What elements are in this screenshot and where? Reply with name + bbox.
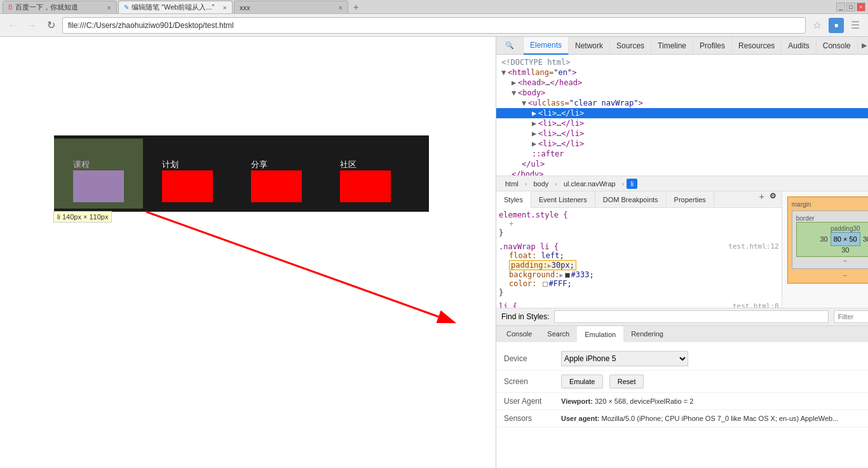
- dom-line-li-2[interactable]: ▶ <li> … </li>: [496, 118, 868, 128]
- bottom-tab-emulation[interactable]: Emulation: [577, 326, 623, 342]
- add-style-button[interactable]: +: [759, 191, 770, 207]
- tab-editor[interactable]: ✎ 编辑随笔 "Web前端从入..." ×: [118, 1, 233, 13]
- minimize-button[interactable]: _: [836, 3, 845, 11]
- dom-line-after[interactable]: ::after: [496, 149, 868, 159]
- devtools-tab-sources[interactable]: Sources: [610, 37, 651, 55]
- devtools-tab-elements[interactable]: 🔍: [499, 37, 524, 55]
- devtools-tab-audits[interactable]: Audits: [782, 37, 816, 55]
- styles-tab-event-listeners[interactable]: Event Listeners: [531, 191, 595, 208]
- find-in-styles-label: Find in Styles:: [501, 312, 549, 321]
- reset-button[interactable]: Reset: [609, 375, 644, 389]
- dom-line-li-3[interactable]: ▶ <li> … </li>: [496, 128, 868, 139]
- element-tooltip: li 140px × 110px: [53, 211, 112, 223]
- nav-item-community: 社区: [321, 139, 410, 209]
- extension-icon[interactable]: ■: [829, 18, 844, 33]
- device-label: Device: [504, 354, 561, 363]
- viewport-line: Viewport: 320 × 568, devicePixelRatio = …: [561, 397, 868, 405]
- viewport-prefix: Viewport:: [561, 397, 593, 405]
- style-prop-float[interactable]: float: left;: [499, 251, 779, 260]
- dom-line-li-4[interactable]: ▶ <li> … </li>: [496, 139, 868, 149]
- tab-close-3[interactable]: ×: [339, 4, 342, 11]
- styles-tab-properties[interactable]: Properties: [667, 191, 714, 208]
- emulation-user-agent-row: User Agent Viewport: 320 × 568, devicePi…: [496, 393, 868, 410]
- filter-input[interactable]: [834, 310, 868, 323]
- svg-line-1: [146, 212, 438, 317]
- nav-item-plan: 计划: [143, 139, 232, 209]
- dom-line-doctype[interactable]: <!DOCTYPE html>: [496, 57, 868, 67]
- back-button[interactable]: ←: [5, 18, 20, 33]
- url-bar[interactable]: file:///C:/Users/zhaohuiziwo901/Desktop/…: [62, 17, 806, 34]
- nav-inner-plan: [162, 170, 213, 202]
- settings-icon[interactable]: ☰: [848, 18, 863, 33]
- nav-inner-courses: [73, 170, 124, 202]
- padding-bottom-num: 30: [841, 246, 849, 254]
- bottom-tab-rendering[interactable]: Rendering: [623, 326, 671, 342]
- nav-item-courses: 课程: [54, 139, 143, 209]
- tab-close-2[interactable]: ×: [223, 4, 227, 11]
- webpage-preview: 课程 计划 分享: [0, 37, 496, 468]
- tab-close-1[interactable]: ×: [107, 4, 111, 11]
- dom-line-head[interactable]: ▶ <head> … </head>: [496, 78, 868, 88]
- style-prop-padding[interactable]: padding:▶30px;: [499, 260, 779, 270]
- style-rule-element: element.style { + }: [499, 210, 779, 237]
- tab-title-1: 百度一下，你就知道: [15, 3, 78, 12]
- styles-content: element.style { + } .navWrap li { test: [496, 208, 782, 307]
- breadcrumb-body[interactable]: body: [529, 179, 552, 189]
- tab-favicon-1: B: [8, 4, 13, 11]
- close-button[interactable]: ×: [857, 3, 865, 11]
- tab-title-2: 编辑随笔 "Web前端从入...": [132, 3, 214, 12]
- style-prop-color[interactable]: color: #FFF;: [499, 279, 779, 288]
- dom-line-ul-close[interactable]: </ul>: [496, 159, 868, 169]
- magnifier-icon: 🔍: [505, 41, 514, 50]
- tab-title-3: xxx: [240, 4, 250, 11]
- breadcrumb-ul[interactable]: ul.clear.navWrap: [560, 179, 620, 189]
- main-area: 课程 计划 分享: [0, 37, 868, 468]
- box-model-margin: margin − border − padding30 30: [787, 196, 868, 284]
- maximize-button[interactable]: □: [846, 3, 855, 11]
- bottom-tab-console[interactable]: Console: [499, 326, 539, 342]
- style-settings-icon[interactable]: ⚙: [770, 191, 782, 207]
- title-bar: B 百度一下，你就知道 × ✎ 编辑随笔 "Web前端从入..." × xxx …: [0, 0, 868, 14]
- nav-inner-community: [340, 170, 391, 202]
- styles-tab-bar: Styles Event Listeners DOM Breakpoints P…: [496, 191, 782, 208]
- user-agent-text: User agent: Mozilla/5.0 (iPhone; CPU iPh…: [561, 415, 838, 422]
- devtools-tab-console[interactable]: Console: [817, 37, 858, 55]
- refresh-button[interactable]: ↻: [43, 18, 58, 33]
- breadcrumb-li[interactable]: li: [627, 179, 637, 189]
- breadcrumb-bar: html › body › ul.clear.navWrap › li: [496, 176, 868, 191]
- tab-favicon-2: ✎: [124, 4, 129, 11]
- dom-line-body-close[interactable]: </body>: [496, 169, 868, 176]
- dom-line-ul[interactable]: ▼ <ul class= "clear navWrap" >: [496, 98, 868, 108]
- screen-actions: Emulate Reset: [561, 375, 868, 389]
- bookmark-icon[interactable]: ☆: [810, 18, 825, 33]
- device-select[interactable]: Apple iPhone 5 Apple iPhone 6 Samsung Ga…: [561, 351, 688, 366]
- devtools-action-icons: ▶ ⚙ ■ ✕: [858, 39, 868, 52]
- tab-xxx[interactable]: xxx ×: [234, 1, 348, 13]
- box-model: margin − border − padding30 30: [782, 191, 868, 307]
- emulate-button[interactable]: Emulate: [561, 375, 603, 389]
- devtools-tab-resources[interactable]: Resources: [732, 37, 782, 55]
- devtools-tab-network[interactable]: Network: [569, 37, 610, 55]
- breadcrumb-html[interactable]: html: [501, 179, 522, 189]
- devtools-panel: 🔍 Elements Network Sources Timeline Prof…: [496, 37, 868, 468]
- node-inspect-icon[interactable]: ▶: [858, 39, 868, 52]
- styles-tab-dom-breakpoints[interactable]: DOM Breakpoints: [595, 191, 667, 208]
- forward-button[interactable]: →: [24, 18, 39, 33]
- styles-tab-styles[interactable]: Styles: [496, 191, 531, 208]
- style-add-property-row[interactable]: +: [509, 219, 779, 228]
- user-agent-string: User agent: Mozilla/5.0 (iPhone; CPU iPh…: [561, 414, 868, 423]
- emulation-panel: Device Apple iPhone 5 Apple iPhone 6 Sam…: [496, 342, 868, 468]
- devtools-tab-elements-label[interactable]: Elements: [524, 37, 569, 55]
- dom-line-html[interactable]: ▼ <html lang= "en" >: [496, 67, 868, 78]
- box-model-content: 80 × 50: [831, 232, 860, 246]
- new-tab-button[interactable]: +: [349, 1, 362, 13]
- devtools-tab-timeline[interactable]: Timeline: [651, 37, 693, 55]
- bottom-tab-search[interactable]: Search: [539, 326, 577, 342]
- devtools-tab-profiles[interactable]: Profiles: [693, 37, 732, 55]
- dom-line-body[interactable]: ▼ <body>: [496, 88, 868, 98]
- user-agent-value: Viewport: 320 × 568, devicePixelRatio = …: [561, 397, 868, 405]
- style-prop-background[interactable]: background:▶#333;: [499, 270, 779, 279]
- find-in-styles-input[interactable]: [554, 310, 828, 323]
- dom-line-li-1[interactable]: ▶ <li> … </li>: [496, 108, 868, 118]
- tab-baidu[interactable]: B 百度一下，你就知道 ×: [3, 1, 117, 13]
